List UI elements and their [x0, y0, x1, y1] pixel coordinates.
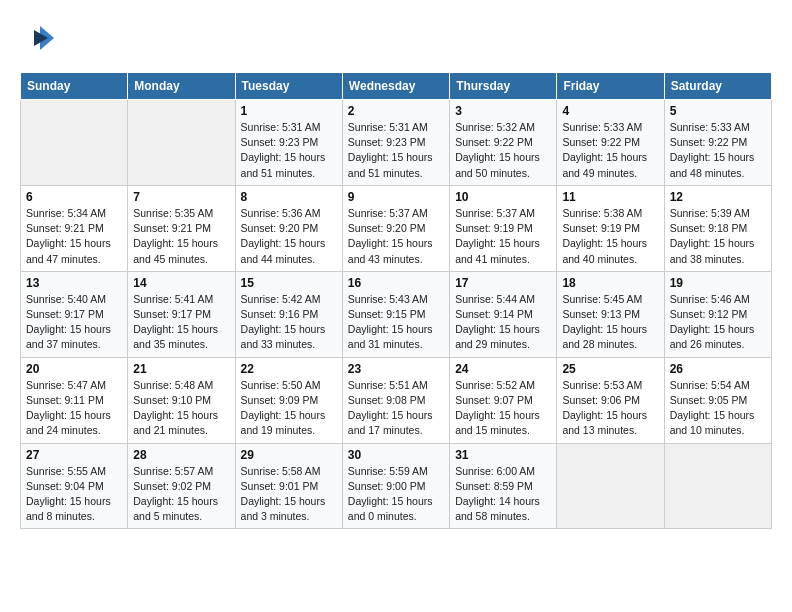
day-detail: Sunrise: 5:40 AM Sunset: 9:17 PM Dayligh… [26, 292, 122, 353]
col-header-thursday: Thursday [450, 73, 557, 100]
col-header-tuesday: Tuesday [235, 73, 342, 100]
calendar-cell: 21Sunrise: 5:48 AM Sunset: 9:10 PM Dayli… [128, 357, 235, 443]
calendar-cell: 9Sunrise: 5:37 AM Sunset: 9:20 PM Daylig… [342, 185, 449, 271]
day-detail: Sunrise: 5:57 AM Sunset: 9:02 PM Dayligh… [133, 464, 229, 525]
day-number: 25 [562, 362, 658, 376]
day-number: 10 [455, 190, 551, 204]
day-detail: Sunrise: 5:59 AM Sunset: 9:00 PM Dayligh… [348, 464, 444, 525]
day-number: 26 [670, 362, 766, 376]
calendar-cell: 29Sunrise: 5:58 AM Sunset: 9:01 PM Dayli… [235, 443, 342, 529]
day-number: 27 [26, 448, 122, 462]
page-header [20, 20, 772, 56]
day-detail: Sunrise: 5:31 AM Sunset: 9:23 PM Dayligh… [348, 120, 444, 181]
day-number: 5 [670, 104, 766, 118]
day-number: 31 [455, 448, 551, 462]
calendar-cell: 28Sunrise: 5:57 AM Sunset: 9:02 PM Dayli… [128, 443, 235, 529]
day-detail: Sunrise: 5:58 AM Sunset: 9:01 PM Dayligh… [241, 464, 337, 525]
day-detail: Sunrise: 5:39 AM Sunset: 9:18 PM Dayligh… [670, 206, 766, 267]
day-number: 21 [133, 362, 229, 376]
day-number: 15 [241, 276, 337, 290]
calendar-cell: 16Sunrise: 5:43 AM Sunset: 9:15 PM Dayli… [342, 271, 449, 357]
calendar-cell: 26Sunrise: 5:54 AM Sunset: 9:05 PM Dayli… [664, 357, 771, 443]
day-number: 4 [562, 104, 658, 118]
logo [20, 20, 60, 56]
calendar-cell: 14Sunrise: 5:41 AM Sunset: 9:17 PM Dayli… [128, 271, 235, 357]
day-detail: Sunrise: 5:52 AM Sunset: 9:07 PM Dayligh… [455, 378, 551, 439]
calendar-cell: 18Sunrise: 5:45 AM Sunset: 9:13 PM Dayli… [557, 271, 664, 357]
col-header-wednesday: Wednesday [342, 73, 449, 100]
day-detail: Sunrise: 5:45 AM Sunset: 9:13 PM Dayligh… [562, 292, 658, 353]
calendar-cell: 6Sunrise: 5:34 AM Sunset: 9:21 PM Daylig… [21, 185, 128, 271]
calendar-cell: 13Sunrise: 5:40 AM Sunset: 9:17 PM Dayli… [21, 271, 128, 357]
day-number: 1 [241, 104, 337, 118]
day-detail: Sunrise: 5:36 AM Sunset: 9:20 PM Dayligh… [241, 206, 337, 267]
day-detail: Sunrise: 5:37 AM Sunset: 9:19 PM Dayligh… [455, 206, 551, 267]
day-number: 20 [26, 362, 122, 376]
day-number: 9 [348, 190, 444, 204]
day-number: 24 [455, 362, 551, 376]
day-detail: Sunrise: 5:35 AM Sunset: 9:21 PM Dayligh… [133, 206, 229, 267]
day-number: 18 [562, 276, 658, 290]
calendar-table: SundayMondayTuesdayWednesdayThursdayFrid… [20, 72, 772, 529]
day-detail: Sunrise: 5:53 AM Sunset: 9:06 PM Dayligh… [562, 378, 658, 439]
day-detail: Sunrise: 5:51 AM Sunset: 9:08 PM Dayligh… [348, 378, 444, 439]
day-detail: Sunrise: 5:54 AM Sunset: 9:05 PM Dayligh… [670, 378, 766, 439]
col-header-sunday: Sunday [21, 73, 128, 100]
col-header-friday: Friday [557, 73, 664, 100]
day-detail: Sunrise: 5:55 AM Sunset: 9:04 PM Dayligh… [26, 464, 122, 525]
calendar-cell: 24Sunrise: 5:52 AM Sunset: 9:07 PM Dayli… [450, 357, 557, 443]
day-detail: Sunrise: 5:34 AM Sunset: 9:21 PM Dayligh… [26, 206, 122, 267]
day-detail: Sunrise: 5:33 AM Sunset: 9:22 PM Dayligh… [562, 120, 658, 181]
day-detail: Sunrise: 5:31 AM Sunset: 9:23 PM Dayligh… [241, 120, 337, 181]
calendar-cell: 22Sunrise: 5:50 AM Sunset: 9:09 PM Dayli… [235, 357, 342, 443]
calendar-cell: 19Sunrise: 5:46 AM Sunset: 9:12 PM Dayli… [664, 271, 771, 357]
calendar-cell: 20Sunrise: 5:47 AM Sunset: 9:11 PM Dayli… [21, 357, 128, 443]
calendar-cell [664, 443, 771, 529]
day-detail: Sunrise: 5:38 AM Sunset: 9:19 PM Dayligh… [562, 206, 658, 267]
day-number: 8 [241, 190, 337, 204]
week-row-1: 1Sunrise: 5:31 AM Sunset: 9:23 PM Daylig… [21, 100, 772, 186]
week-row-5: 27Sunrise: 5:55 AM Sunset: 9:04 PM Dayli… [21, 443, 772, 529]
day-detail: Sunrise: 5:41 AM Sunset: 9:17 PM Dayligh… [133, 292, 229, 353]
day-detail: Sunrise: 5:44 AM Sunset: 9:14 PM Dayligh… [455, 292, 551, 353]
day-number: 14 [133, 276, 229, 290]
day-detail: Sunrise: 5:42 AM Sunset: 9:16 PM Dayligh… [241, 292, 337, 353]
day-number: 12 [670, 190, 766, 204]
day-number: 28 [133, 448, 229, 462]
day-number: 2 [348, 104, 444, 118]
calendar-cell: 12Sunrise: 5:39 AM Sunset: 9:18 PM Dayli… [664, 185, 771, 271]
day-detail: Sunrise: 6:00 AM Sunset: 8:59 PM Dayligh… [455, 464, 551, 525]
day-detail: Sunrise: 5:48 AM Sunset: 9:10 PM Dayligh… [133, 378, 229, 439]
calendar-cell: 23Sunrise: 5:51 AM Sunset: 9:08 PM Dayli… [342, 357, 449, 443]
calendar-cell: 2Sunrise: 5:31 AM Sunset: 9:23 PM Daylig… [342, 100, 449, 186]
calendar-cell: 15Sunrise: 5:42 AM Sunset: 9:16 PM Dayli… [235, 271, 342, 357]
day-detail: Sunrise: 5:47 AM Sunset: 9:11 PM Dayligh… [26, 378, 122, 439]
day-number: 7 [133, 190, 229, 204]
day-number: 16 [348, 276, 444, 290]
calendar-cell [557, 443, 664, 529]
calendar-cell: 31Sunrise: 6:00 AM Sunset: 8:59 PM Dayli… [450, 443, 557, 529]
calendar-cell: 27Sunrise: 5:55 AM Sunset: 9:04 PM Dayli… [21, 443, 128, 529]
week-row-2: 6Sunrise: 5:34 AM Sunset: 9:21 PM Daylig… [21, 185, 772, 271]
calendar-cell: 10Sunrise: 5:37 AM Sunset: 9:19 PM Dayli… [450, 185, 557, 271]
day-detail: Sunrise: 5:43 AM Sunset: 9:15 PM Dayligh… [348, 292, 444, 353]
week-row-4: 20Sunrise: 5:47 AM Sunset: 9:11 PM Dayli… [21, 357, 772, 443]
calendar-cell: 25Sunrise: 5:53 AM Sunset: 9:06 PM Dayli… [557, 357, 664, 443]
day-number: 11 [562, 190, 658, 204]
day-number: 19 [670, 276, 766, 290]
calendar-cell: 1Sunrise: 5:31 AM Sunset: 9:23 PM Daylig… [235, 100, 342, 186]
day-number: 13 [26, 276, 122, 290]
calendar-cell: 8Sunrise: 5:36 AM Sunset: 9:20 PM Daylig… [235, 185, 342, 271]
col-header-saturday: Saturday [664, 73, 771, 100]
day-number: 3 [455, 104, 551, 118]
day-number: 29 [241, 448, 337, 462]
day-detail: Sunrise: 5:32 AM Sunset: 9:22 PM Dayligh… [455, 120, 551, 181]
calendar-cell: 7Sunrise: 5:35 AM Sunset: 9:21 PM Daylig… [128, 185, 235, 271]
calendar-cell: 17Sunrise: 5:44 AM Sunset: 9:14 PM Dayli… [450, 271, 557, 357]
calendar-cell: 11Sunrise: 5:38 AM Sunset: 9:19 PM Dayli… [557, 185, 664, 271]
day-number: 30 [348, 448, 444, 462]
day-number: 22 [241, 362, 337, 376]
calendar-cell [128, 100, 235, 186]
day-number: 17 [455, 276, 551, 290]
calendar-cell: 4Sunrise: 5:33 AM Sunset: 9:22 PM Daylig… [557, 100, 664, 186]
